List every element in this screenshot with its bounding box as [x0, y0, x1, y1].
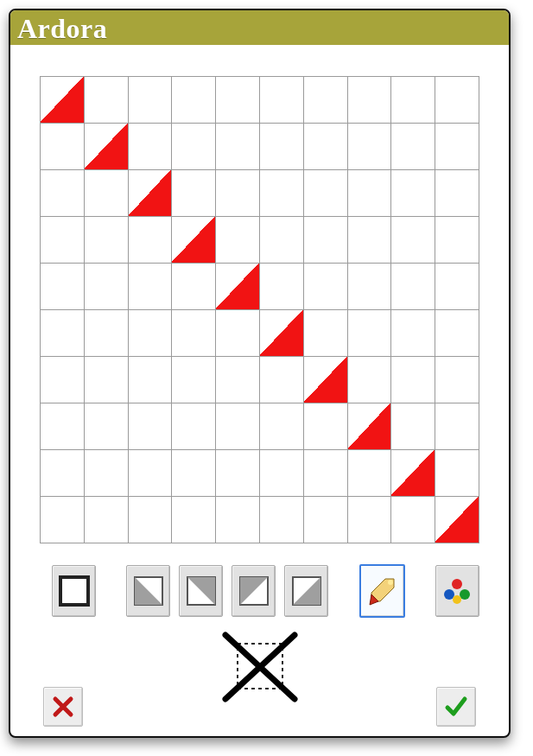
grid-cell[interactable] [391, 264, 435, 310]
grid-cell[interactable] [435, 264, 479, 310]
grid-cell[interactable] [347, 357, 391, 403]
grid-cell[interactable] [435, 170, 479, 217]
grid-cell[interactable] [172, 310, 216, 357]
grid-cell[interactable] [84, 170, 128, 217]
grid-cell[interactable] [259, 310, 303, 357]
grid-cell[interactable] [41, 77, 85, 124]
grid-cell[interactable] [128, 170, 172, 217]
grid-cell[interactable] [347, 77, 391, 124]
grid-cell[interactable] [128, 450, 172, 497]
grid-cell[interactable] [128, 357, 172, 403]
grid-cell[interactable] [303, 310, 347, 357]
grid-cell[interactable] [41, 497, 85, 543]
grid-cell[interactable] [41, 170, 85, 217]
grid-cell[interactable] [41, 450, 85, 497]
grid-cell[interactable] [347, 170, 391, 217]
grid-cell[interactable] [391, 217, 435, 264]
grid-cell[interactable] [391, 450, 435, 497]
tool-tri-br[interactable] [284, 565, 328, 617]
grid-cell[interactable] [435, 403, 479, 450]
grid-cell[interactable] [84, 77, 128, 124]
grid-cell[interactable] [128, 497, 172, 543]
grid-cell[interactable] [172, 217, 216, 264]
grid-cell[interactable] [347, 450, 391, 497]
grid-cell[interactable] [128, 124, 172, 170]
grid-cell[interactable] [259, 170, 303, 217]
grid-cell[interactable] [216, 124, 260, 170]
grid-cell[interactable] [216, 450, 260, 497]
grid-cell[interactable] [435, 357, 479, 403]
grid-cell[interactable] [391, 403, 435, 450]
grid-cell[interactable] [172, 77, 216, 124]
grid-cell[interactable] [435, 497, 479, 543]
drawing-grid[interactable] [40, 76, 479, 543]
grid-cell[interactable] [128, 310, 172, 357]
grid-cell[interactable] [435, 77, 479, 124]
grid-cell[interactable] [303, 124, 347, 170]
grid-cell[interactable] [84, 264, 128, 310]
grid-cell[interactable] [84, 124, 128, 170]
grid-cell[interactable] [347, 124, 391, 170]
grid-cell[interactable] [128, 264, 172, 310]
tool-tri-bl[interactable] [126, 565, 170, 617]
grid-cell[interactable] [303, 450, 347, 497]
tool-color-picker[interactable] [435, 565, 479, 617]
grid-cell[interactable] [84, 310, 128, 357]
grid-cell[interactable] [435, 310, 479, 357]
grid-cell[interactable] [172, 450, 216, 497]
grid-cell[interactable] [259, 450, 303, 497]
grid-cell[interactable] [41, 124, 85, 170]
grid-cell[interactable] [216, 170, 260, 217]
tool-tri-tr[interactable] [179, 565, 223, 617]
grid-cell[interactable] [391, 170, 435, 217]
grid-cell[interactable] [216, 217, 260, 264]
grid-cell[interactable] [216, 264, 260, 310]
grid-cell[interactable] [391, 357, 435, 403]
grid-cell[interactable] [435, 450, 479, 497]
grid-cell[interactable] [216, 403, 260, 450]
grid-cell[interactable] [41, 403, 85, 450]
grid-cell[interactable] [84, 450, 128, 497]
grid-cell[interactable] [216, 357, 260, 403]
delete-pattern-button[interactable] [217, 630, 303, 704]
grid-cell[interactable] [259, 403, 303, 450]
confirm-button[interactable] [436, 687, 476, 727]
grid-cell[interactable] [84, 357, 128, 403]
grid-cell[interactable] [391, 124, 435, 170]
grid-cell[interactable] [41, 217, 85, 264]
grid-cell[interactable] [172, 124, 216, 170]
grid-cell[interactable] [435, 217, 479, 264]
grid-cell[interactable] [303, 77, 347, 124]
grid-cell[interactable] [347, 497, 391, 543]
grid-cell[interactable] [259, 77, 303, 124]
tool-tri-tl[interactable] [232, 565, 276, 617]
grid-cell[interactable] [172, 357, 216, 403]
grid-cell[interactable] [84, 403, 128, 450]
grid-cell[interactable] [41, 357, 85, 403]
grid-cell[interactable] [303, 403, 347, 450]
grid-cell[interactable] [216, 77, 260, 124]
grid-cell[interactable] [172, 403, 216, 450]
grid-cell[interactable] [128, 77, 172, 124]
grid-cell[interactable] [391, 77, 435, 124]
grid-cell[interactable] [216, 497, 260, 543]
grid-cell[interactable] [303, 170, 347, 217]
grid-cell[interactable] [347, 264, 391, 310]
tool-full-square[interactable] [52, 565, 96, 617]
grid-cell[interactable] [259, 497, 303, 543]
grid-cell[interactable] [391, 497, 435, 543]
grid-cell[interactable] [259, 264, 303, 310]
grid-cell[interactable] [259, 217, 303, 264]
grid-cell[interactable] [347, 310, 391, 357]
grid-cell[interactable] [259, 124, 303, 170]
grid-cell[interactable] [391, 310, 435, 357]
grid-cell[interactable] [347, 217, 391, 264]
grid-cell[interactable] [128, 217, 172, 264]
grid-cell[interactable] [216, 310, 260, 357]
grid-cell[interactable] [128, 403, 172, 450]
grid-cell[interactable] [41, 310, 85, 357]
grid-cell[interactable] [172, 264, 216, 310]
grid-cell[interactable] [259, 357, 303, 403]
grid-cell[interactable] [435, 124, 479, 170]
grid-cell[interactable] [303, 497, 347, 543]
